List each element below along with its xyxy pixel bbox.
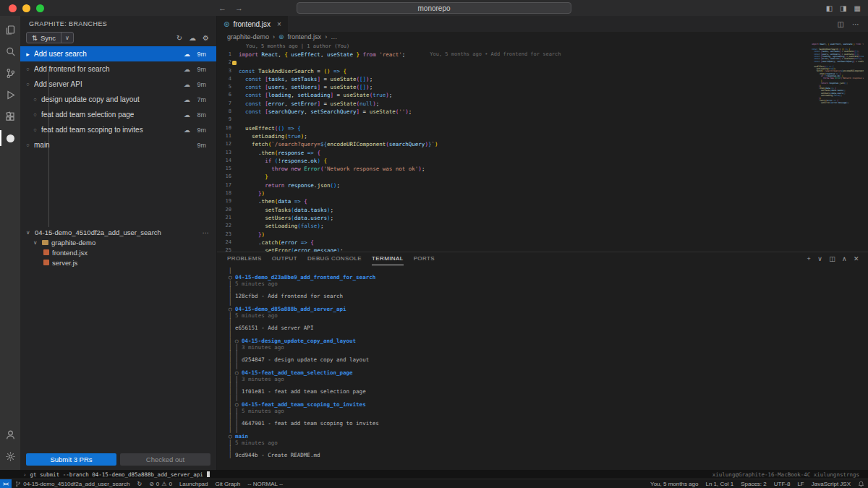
toggle-secondary-sidebar-icon[interactable]: ◨ [840, 4, 846, 12]
branch-item[interactable]: ○feat add team scoping to invites☁9m [20, 122, 216, 137]
line-number: 18 [217, 189, 239, 197]
inline-blame: You, 5 months ago • Add frontend for sea… [430, 51, 561, 59]
notifications-bell-icon[interactable] [854, 479, 868, 488]
nav-forward-icon[interactable]: → [235, 4, 243, 12]
customize-layout-icon[interactable]: ▦ [854, 4, 861, 12]
cloud-upload-icon[interactable]: ☁ [184, 111, 190, 119]
command-center[interactable]: monorepo [297, 2, 571, 14]
bottom-panel: PROBLEMSOUTPUTDEBUG CONSOLETERMINALPORTS… [217, 252, 868, 470]
refresh-icon[interactable]: ↻ [176, 34, 182, 42]
code-line: 12 fetch(`/search?query=${encodeURICompo… [217, 140, 868, 148]
minimize-window-icon[interactable] [22, 4, 30, 12]
panel-tab-debug-console[interactable]: DEBUG CONSOLE [307, 252, 362, 265]
terminal-line: │ 128cfbd - Add frontend for search [229, 294, 868, 300]
lightbulb-icon[interactable] [232, 61, 237, 65]
minimap[interactable]: import React, { useEffect, useState } fr… [812, 43, 864, 105]
status-language[interactable]: JavaScript JSX [808, 479, 854, 488]
codelens-blame[interactable]: You, 5 months ago | 1 author (You) [217, 42, 868, 51]
close-window-icon[interactable] [9, 4, 17, 12]
graphite-icon[interactable] [0, 127, 20, 149]
prompt-icon: › [23, 471, 27, 478]
panel-tab-problems[interactable]: PROBLEMS [227, 252, 262, 265]
branch-item[interactable]: ○feat add team selection page☁8m [20, 107, 216, 122]
status-indentation[interactable]: Spaces: 2 [737, 479, 770, 488]
tree-folder-label: graphite-demo [51, 239, 95, 247]
new-terminal-icon[interactable]: + [807, 255, 811, 262]
branch-item[interactable]: ○design update copy and layout☁7m [20, 92, 216, 107]
commit-graph: │ [229, 331, 235, 338]
status-cursor-position[interactable]: Ln 1, Col 1 [702, 479, 737, 488]
search-icon[interactable] [0, 40, 20, 62]
sync-dropdown-icon[interactable]: ∨ [61, 35, 73, 41]
tree-file-row[interactable]: server.js [20, 257, 216, 267]
jsx-file-icon [43, 249, 49, 255]
cloud-upload-icon[interactable]: ☁ [184, 127, 190, 134]
tree-root-row[interactable]: ∨ 04-15-demo_4510df2a_add_user_search ⋯ [20, 227, 216, 237]
breadcrumb-project[interactable]: graphite-demo [227, 33, 269, 40]
cloud-icon[interactable]: ☁ [189, 34, 196, 42]
status-blame[interactable]: You, 5 months ago [647, 479, 702, 488]
branch-label: Add user search [34, 50, 87, 58]
status-branch[interactable]: 04-15-demo_4510df2a_add_user_search [12, 479, 133, 488]
status-git-graph[interactable]: Git Graph [212, 479, 244, 488]
branch-age: 9m [196, 51, 206, 58]
submit-prs-button[interactable]: Submit 3 PRs [26, 453, 116, 466]
panel-tab-output[interactable]: OUTPUT [272, 252, 297, 265]
remote-indicator[interactable]: >< [0, 479, 12, 488]
branch-item[interactable]: ▸Add user search☁9m [20, 46, 216, 61]
close-tab-icon[interactable]: × [277, 20, 281, 28]
breadcrumb-file[interactable]: frontend.jsx [288, 33, 322, 40]
status-launchpad[interactable]: Launchpad [176, 479, 212, 488]
breadcrumb-symbol[interactable]: … [331, 33, 337, 40]
code-editor[interactable]: You, 5 months ago | 1 author (You) 1impo… [217, 42, 868, 252]
commit-graph: │ │ [229, 356, 242, 363]
explorer-icon[interactable] [0, 19, 20, 40]
terminal-dropdown-icon[interactable]: ∨ [817, 255, 822, 262]
settings-gear-icon[interactable] [0, 445, 20, 467]
extensions-icon[interactable] [0, 106, 20, 127]
terminal-line: ◯ 04-15-demo_d23a8be9_add_frontend_for_s… [229, 275, 868, 281]
line-number: 11 [217, 132, 239, 140]
cloud-upload-icon[interactable]: ☁ [184, 51, 190, 58]
branch-item[interactable]: ○Add server API☁9m [20, 77, 216, 92]
breadcrumb[interactable]: graphite-demo › ⊛ frontend.jsx › … [217, 32, 868, 42]
checked-out-button[interactable]: Checked out [120, 453, 210, 466]
status-eol[interactable]: LF [793, 479, 807, 488]
terminal-cursor [207, 471, 210, 477]
branch-item[interactable]: ○main9m [20, 137, 216, 153]
close-panel-icon[interactable]: ✕ [854, 255, 859, 262]
code-line: 24 .catch(error => { [217, 239, 868, 247]
terminal-prompt-bar[interactable]: › gt submit --branch 04-15-demo_d85a888b… [0, 470, 868, 479]
split-editor-icon[interactable]: ◫ [838, 20, 844, 28]
status-encoding[interactable]: UTF-8 [770, 479, 794, 488]
status-problems[interactable]: ⊘ 0 ⚠ 0 [145, 479, 176, 488]
split-terminal-icon[interactable]: ◫ [829, 255, 835, 262]
status-sync-icon[interactable]: ↻ [133, 479, 145, 488]
terminal[interactable]: │ ◯ 04-15-demo_d23a8be9_add_frontend_for… [217, 265, 868, 470]
branch-item[interactable]: ○Add frontend for search☁9m [20, 61, 216, 77]
cloud-upload-icon[interactable]: ☁ [184, 81, 190, 88]
maximize-panel-icon[interactable]: ∧ [842, 255, 847, 262]
source-control-icon[interactable] [0, 62, 20, 84]
zoom-window-icon[interactable] [36, 4, 44, 12]
titlebar: ← → monorepo ◧ ◨ ▦ [0, 0, 868, 16]
code-line: 7 const [error, setError] = useState(nul… [217, 100, 868, 108]
more-actions-icon[interactable]: ⋯ [203, 228, 210, 236]
code-line: 20 setTasks(data.tasks); [217, 206, 868, 214]
tab-frontend-jsx[interactable]: ⊛ frontend.jsx × [217, 16, 289, 32]
panel-settings-icon[interactable]: ⚙ [203, 34, 209, 42]
cloud-upload-icon[interactable]: ☁ [184, 66, 190, 73]
toggle-sidebar-icon[interactable]: ◧ [826, 4, 833, 12]
nav-back-icon[interactable]: ← [218, 4, 226, 12]
tree-folder-row[interactable]: ∨ graphite-demo [20, 237, 216, 247]
panel-tab-ports[interactable]: PORTS [414, 252, 435, 265]
account-icon[interactable] [0, 424, 20, 445]
panel-tab-terminal[interactable]: TERMINAL [372, 252, 404, 265]
line-number: 9 [217, 116, 239, 124]
editor-more-actions-icon[interactable]: ⋯ [852, 20, 859, 28]
sync-button[interactable]: ⇅ Sync ∨ [26, 32, 74, 43]
run-debug-icon[interactable] [0, 84, 20, 106]
cloud-upload-icon[interactable]: ☁ [184, 96, 190, 103]
tree-file-row[interactable]: frontend.jsx [20, 247, 216, 257]
branch-dot-icon: ○ [25, 66, 31, 72]
